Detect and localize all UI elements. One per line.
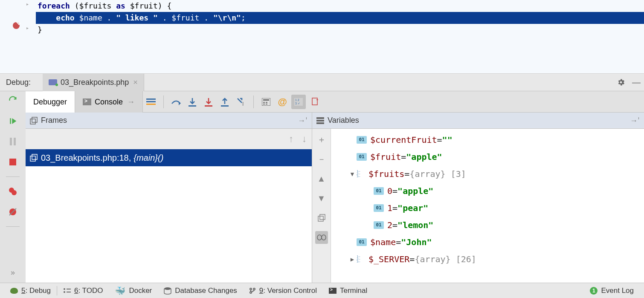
variable-row[interactable]: 01$name = "John" [331,234,644,251]
view-breakpoints-button[interactable] [7,185,19,197]
tab-debugger[interactable]: Debugger [26,91,75,113]
arrow-right-icon[interactable]: →ˈ [630,116,640,125]
more-icon[interactable]: » [7,266,19,278]
svg-rect-0 [10,118,11,124]
force-step-into-button[interactable] [201,95,216,109]
separator [253,95,254,108]
code-line[interactable]: foreach ($fruits as $fruit) { [36,0,644,12]
variables-list[interactable]: 01$currentFruit = ""01$fruit = "apple"▼1… [331,129,644,283]
svg-rect-26 [32,117,37,122]
svg-point-5 [12,190,17,195]
debug-panels: Frames →ˈ ↑ ↓ 03_Breakpoints.php:18,{mai… [26,113,644,283]
svg-point-40 [164,287,171,290]
variable-row[interactable]: 01$currentFruit = "" [331,131,644,148]
svg-rect-18 [266,102,267,103]
scalar-icon: 01 [374,221,384,229]
svg-rect-24 [312,98,317,105]
breakpoint-icon[interactable] [13,22,20,29]
fold-marker-icon[interactable]: ▸ [26,2,29,6]
variables-panel: Variables →ˈ ＋ － ▲ ▼ [312,113,644,283]
pin-button[interactable] [307,95,322,109]
fold-marker-icon[interactable]: ▸ [26,26,29,30]
separator [163,95,164,108]
add-watch-button[interactable]: ＋ [315,133,328,146]
svg-rect-19 [263,104,265,104]
database-icon [164,287,171,295]
variable-row[interactable]: ▼1—2—3—$fruits = {array} [3] [331,165,644,182]
variables-header: Variables →ˈ [312,113,644,129]
step-over-button[interactable] [169,95,183,109]
svg-rect-9 [146,101,156,102]
svg-rect-17 [263,102,265,103]
watch-button[interactable]: @ [275,95,290,109]
move-up-button[interactable]: ▲ [315,172,328,185]
svg-rect-32 [318,216,323,221]
show-watches-button[interactable] [315,231,328,244]
editor-area[interactable]: ▸ ▸ foreach ($fruits as $fruit) { echo $… [0,0,644,74]
php-file-icon [49,79,57,85]
step-out-button[interactable] [218,95,232,109]
rerun-button[interactable] [7,95,19,107]
statusbar: 5: Debug 6: TODO 🐳 Docker Database Chang… [0,283,644,298]
statusbar-vcs[interactable]: 9: Version Control [243,286,323,295]
frame-up-icon[interactable]: ↑ [289,133,293,145]
statusbar-debug[interactable]: 5: Debug [4,286,57,295]
step-into-button[interactable] [185,95,200,109]
variables-toolbar: ＋ － ▲ ▼ [312,129,331,283]
statusbar-eventlog[interactable]: 1 Event Log [584,286,640,295]
minimize-icon[interactable]: — [630,76,642,88]
docker-icon: 🐳 [115,286,125,296]
code-lines[interactable]: foreach ($fruits as $fruit) { echo $name… [36,0,644,36]
svg-rect-30 [316,120,324,122]
copy-button[interactable] [315,211,328,224]
mute-breakpoints-button[interactable] [7,206,19,218]
svg-point-35 [322,235,326,240]
close-icon[interactable]: × [133,78,138,87]
svg-rect-12 [205,105,212,107]
variables-icon [316,117,324,124]
svg-point-43 [253,288,255,290]
show-execution-point-button[interactable] [144,95,158,109]
variable-row[interactable]: 01$fruit = "apple" [331,148,644,165]
resume-button[interactable] [7,115,19,127]
evaluate-expression-button[interactable] [259,95,273,109]
variable-row[interactable]: 011 = "pear" [331,200,644,217]
svg-text:I: I [242,101,244,107]
tab-console[interactable]: Console → [75,91,143,113]
code-line[interactable]: } [36,24,644,36]
scalar-icon: 01 [357,238,367,246]
svg-rect-20 [266,104,267,104]
arrow-right-icon: → [127,98,135,107]
frames-list[interactable]: 03_Breakpoints.php:18,{main}() [26,149,312,166]
svg-rect-3 [9,159,16,165]
bug-icon [10,288,18,294]
run-config-tab[interactable]: 03_Breakpoints.php × [43,74,144,91]
arrow-right-icon[interactable]: →ˈ [298,116,307,125]
frame-down-icon[interactable]: ↓ [302,133,307,145]
debug-label: Debug: [0,78,37,87]
scalar-icon: 01 [374,187,384,195]
remove-watch-button[interactable]: － [315,153,328,165]
svg-rect-27 [30,156,35,161]
variable-row[interactable]: 010 = "apple" [331,182,644,200]
array-icon: 1—2—3— [357,170,365,178]
statusbar-docker[interactable]: 🐳 Docker [109,286,158,296]
frame-item[interactable]: 03_Breakpoints.php:18,{main}() [26,149,312,166]
statusbar-todo[interactable]: 6: TODO [57,286,109,295]
svg-point-34 [317,235,322,240]
statusbar-database[interactable]: Database Changes [158,286,243,295]
code-line[interactable]: echo $name . " likes " . $fruit . "\r\n"… [36,12,644,24]
debug-tabs-row: Debugger Console → I @ 1 [26,91,644,113]
statusbar-terminal[interactable]: Terminal [323,286,373,295]
list-icon [63,288,71,294]
settings-button[interactable]: 1 23 ✓ [291,95,306,109]
run-to-cursor-button[interactable]: I [234,95,248,109]
variable-row[interactable]: ▶1—2—3—$_SERVER = {array} [26] [331,251,644,268]
pause-button[interactable] [7,136,19,148]
move-down-button[interactable]: ▼ [315,192,328,205]
variable-row[interactable]: 012 = "lemon" [331,217,644,234]
svg-rect-10 [146,104,156,105]
frames-header: Frames →ˈ [26,113,312,129]
stop-button[interactable] [7,156,19,168]
settings-icon[interactable] [615,76,627,88]
